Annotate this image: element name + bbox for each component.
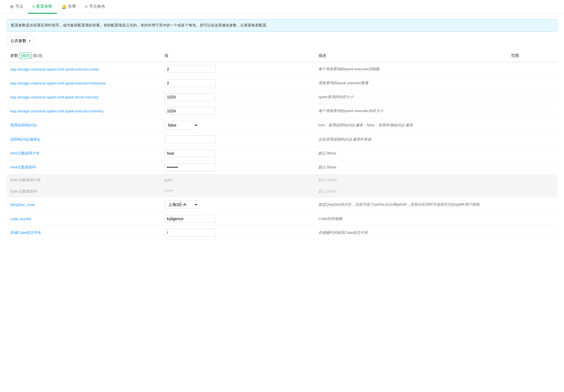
- range-cell: [508, 118, 557, 132]
- table-row: QingStor_zone上海1区-A上海1区-B北京3区-A指定QingSto…: [7, 197, 557, 212]
- param-name: Hive元数据密码: [10, 165, 36, 169]
- table-row: kap.storage.columnar.spark-conf.spark.ex…: [7, 104, 557, 118]
- desc-text: 默认为kylin: [318, 189, 337, 193]
- range-cell: [508, 186, 557, 197]
- value-select[interactable]: falsetrue: [164, 121, 199, 129]
- table-row: cube_bucketCube的存储桶: [7, 212, 557, 226]
- value-input[interactable]: [164, 65, 216, 73]
- param-name: 远程MySQL服务ip: [10, 137, 40, 141]
- range-cell: [508, 104, 557, 118]
- desc-text: 每个用来查询的spark executer的核数: [318, 67, 380, 71]
- info-box: 配置参数是在部署应用时填写，成为集群配置项的变量。有的配置项是公共的，有的作用于…: [7, 19, 557, 32]
- header-value: 值: [161, 50, 315, 62]
- table-row: 远程MySQL服务ip仅在使用远程MySQL服务时有效: [7, 132, 557, 146]
- info-box-text: 配置参数是在部署应用时填写，成为集群配置项的变量。有的配置项是公共的，有的作用于…: [11, 23, 270, 27]
- table-row: Kylin元数据密码******默认为kylin: [7, 186, 557, 197]
- value-input[interactable]: [164, 135, 216, 143]
- param-name: cube_bucket: [10, 217, 31, 221]
- range-cell: [508, 90, 557, 104]
- table-row: kap.storage.columnar.spark-conf.spark.ex…: [7, 76, 557, 90]
- header-desc: 描述: [315, 50, 508, 62]
- desc-text: Cube的存储桶: [318, 216, 342, 221]
- dropdown-label: 公共参数: [11, 38, 26, 44]
- table-row: Hive元数据用户名默认为hive: [7, 146, 557, 160]
- range-cell: [508, 146, 557, 160]
- nav-label-config: 配置参数: [36, 4, 52, 9]
- alert-icon: 🔔: [61, 4, 66, 9]
- value-input[interactable]: [164, 93, 216, 101]
- desc-text: 指定QingStor的分区，目前开放了pek3a,sh1a和pek3b，其他分区…: [318, 202, 479, 207]
- param-name: 存储Cube的文件夹: [10, 230, 41, 235]
- value-text: ******: [164, 189, 174, 194]
- desc-text: 默认为kylin: [318, 178, 337, 182]
- range-cell: [508, 197, 557, 212]
- param-name: Hive元数据用户名: [10, 151, 40, 155]
- param-name: 使用远程MySQL: [10, 123, 37, 127]
- range-cell: [508, 160, 557, 174]
- desc-text: 用来查询的spark executer数量: [318, 81, 369, 85]
- nav-label-nodes: 节点: [15, 4, 23, 9]
- value-input[interactable]: [164, 79, 216, 87]
- nav-label-roles: 节点角色: [89, 4, 105, 9]
- top-navigation: ⊞ 节点 ≡ 配置参数 🔔 告警 ≡ 节点角色: [0, 0, 564, 14]
- param-name: kap.storage.columnar.spark-conf.spark.dr…: [10, 95, 98, 99]
- chevron-down-icon: ▼: [28, 39, 31, 42]
- desc-text: 默认为hive: [318, 165, 336, 169]
- range-cell: [508, 76, 557, 90]
- range-cell: [508, 132, 557, 146]
- desc-text: 默认为hive: [318, 151, 336, 155]
- config-icon: ≡: [32, 4, 35, 9]
- param-name: Kylin元数据用户名: [10, 178, 40, 182]
- value-select[interactable]: 上海1区-A上海1区-B北京3区-A: [164, 200, 199, 209]
- header-param-label: 参数: [10, 53, 18, 58]
- desc-text: spark查询的内存大小: [318, 95, 353, 99]
- table-row: Kylin元数据用户名kylin默认为kylin: [7, 174, 557, 186]
- nav-item-alerts[interactable]: 🔔 告警: [57, 0, 81, 14]
- main-content: 配置参数是在部署应用时填写，成为集群配置项的变量。有的配置项是公共的，有的作用于…: [0, 14, 564, 245]
- header-param: 参数 [保存] [取消]: [7, 50, 161, 62]
- value-input[interactable]: [164, 163, 216, 171]
- roles-icon: ≡: [85, 4, 87, 9]
- range-cell: [508, 174, 557, 186]
- table-row: 使用远程MySQLfalsetrueture：使用远程MySQL服务；false…: [7, 118, 557, 132]
- desc-text: 每个用来查询的spark executer内存大小: [318, 109, 383, 113]
- param-name: Kylin元数据密码: [10, 189, 37, 193]
- value-input[interactable]: [164, 149, 216, 157]
- nav-label-alerts: 告警: [68, 4, 76, 9]
- desc-text: 仅在使用远程MySQL服务时有效: [318, 137, 371, 141]
- value-input[interactable]: [164, 107, 216, 115]
- range-cell: [508, 62, 557, 76]
- table-header-row: 参数 [保存] [取消] 值 描述 范围: [7, 50, 557, 62]
- table-row: Hive元数据密码默认为hive: [7, 160, 557, 174]
- table-row: kap.storage.columnar.spark-conf.spark.dr…: [7, 90, 557, 104]
- value-input[interactable]: [164, 215, 216, 223]
- value-text: kylin: [164, 178, 172, 182]
- table-row: kap.storage.columnar.spark-conf.spark.ex…: [7, 62, 557, 76]
- param-name: kap.storage.columnar.spark-conf.spark.ex…: [10, 81, 106, 85]
- param-name: kap.storage.columnar.spark-conf.spark.ex…: [10, 67, 99, 71]
- nodes-icon: ⊞: [10, 4, 14, 9]
- nav-item-nodes[interactable]: ⊞ 节点: [6, 0, 28, 14]
- desc-text: 存储桶中的保存Cube的文件夹: [318, 230, 368, 235]
- range-cell: [508, 226, 557, 240]
- table-row: 存储Cube的文件夹存储桶中的保存Cube的文件夹: [7, 226, 557, 240]
- param-name: QingStor_zone: [10, 203, 35, 207]
- cancel-button[interactable]: [取消]: [33, 53, 42, 58]
- nav-item-config[interactable]: ≡ 配置参数: [28, 0, 57, 14]
- value-input[interactable]: [164, 229, 216, 237]
- save-button[interactable]: [保存]: [19, 53, 32, 59]
- param-name: kap.storage.columnar.spark-conf.spark.ex…: [10, 109, 103, 113]
- header-range: 范围: [508, 50, 557, 62]
- desc-text: ture：使用远程MySQL服务；false：使用本地MySQL服务: [318, 123, 413, 127]
- nav-item-roles[interactable]: ≡ 节点角色: [81, 0, 110, 14]
- params-table: 参数 [保存] [取消] 值 描述 范围 kap.storage.columna…: [7, 50, 557, 240]
- public-params-dropdown[interactable]: 公共参数 ▼: [7, 37, 35, 45]
- range-cell: [508, 212, 557, 226]
